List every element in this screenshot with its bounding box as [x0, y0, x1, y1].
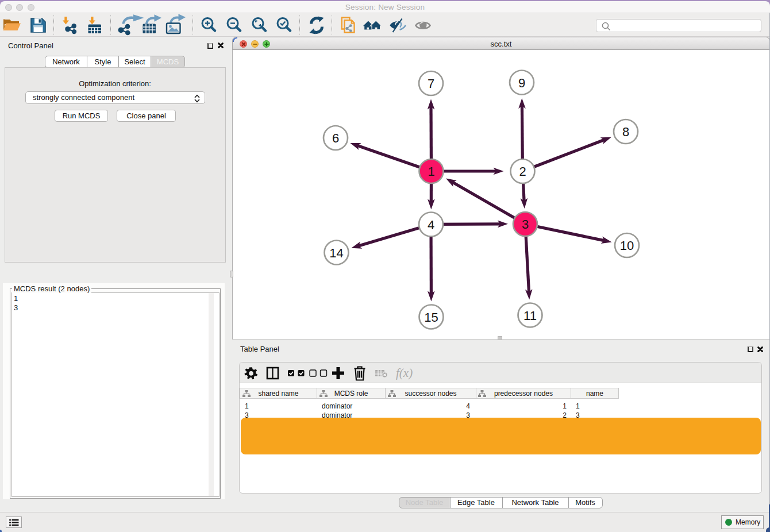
svg-text:2: 2 — [519, 164, 526, 179]
svg-text:1: 1 — [428, 164, 434, 179]
svg-text:14: 14 — [329, 246, 343, 260]
svg-text:4: 4 — [428, 218, 434, 232]
svg-text:6: 6 — [332, 131, 339, 145]
svg-text:11: 11 — [523, 309, 537, 323]
svg-text:8: 8 — [622, 125, 629, 139]
svg-text:7: 7 — [428, 76, 434, 91]
svg-text:3: 3 — [522, 217, 529, 232]
svg-text:9: 9 — [518, 76, 525, 90]
svg-text:f(x): f(x) — [396, 366, 413, 380]
svg-text:10: 10 — [620, 238, 634, 253]
svg-text:15: 15 — [424, 310, 438, 325]
